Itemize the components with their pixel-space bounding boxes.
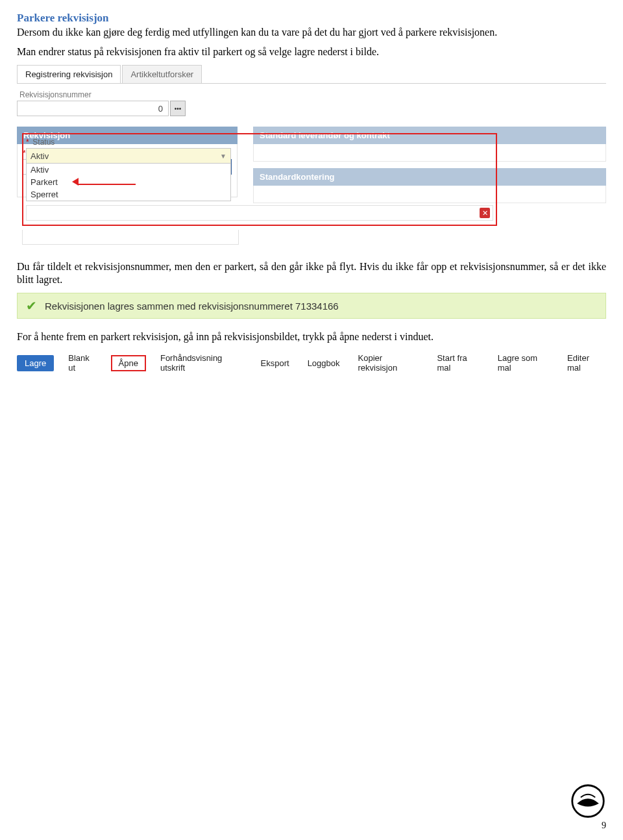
extra-row	[22, 230, 239, 245]
paragraph-1: Dersom du ikke kan gjøre deg ferdig med …	[17, 26, 606, 39]
status-label: Status	[32, 138, 55, 147]
lagre-button[interactable]: Lagre	[17, 355, 54, 371]
success-banner-text: Rekvisisjonen lagres sammen med rekvisis…	[45, 301, 339, 312]
paragraph-4: For å hente frem en parkert rekvisisjon,…	[17, 330, 606, 343]
action-toolbar: Lagre Blank ut Åpne Forhåndsvisning utsk…	[17, 350, 606, 376]
tab-bar: Registrering rekvisisjon Artikkeltutfors…	[17, 65, 606, 84]
annotation-arrow-icon	[77, 179, 136, 189]
status-highlight-frame: * Status Aktiv ▼ Aktiv Parkert Sperret ✕	[22, 133, 497, 226]
eksport-button[interactable]: Eksport	[257, 355, 293, 371]
section-heading: Parkere rekvisisjon	[17, 12, 606, 25]
paragraph-2: Man endrer status på rekvisisjonen fra a…	[17, 45, 606, 58]
blank-ut-button[interactable]: Blank ut	[64, 350, 100, 376]
start-fra-mal-button[interactable]: Start fra mal	[433, 350, 483, 376]
checkmark-icon: ✔	[24, 299, 38, 313]
close-icon: ✕	[482, 209, 488, 217]
delete-row-button[interactable]: ✕	[480, 208, 490, 218]
reknr-lookup-button[interactable]: •••	[170, 101, 186, 116]
loggbok-button[interactable]: Loggbok	[304, 355, 344, 371]
lagre-som-mal-button[interactable]: Lagre som mal	[494, 350, 553, 376]
ellipsis-icon: •••	[175, 105, 182, 112]
screenshot-form: Registrering rekvisisjon Artikkeltutfors…	[17, 65, 606, 245]
tab-artikkelutforsker[interactable]: Artikkeltutforsker	[122, 65, 202, 83]
status-select[interactable]: Aktiv ▼	[26, 148, 231, 164]
reknr-value: 0	[20, 104, 165, 114]
status-option-parkert[interactable]: Parkert	[27, 176, 230, 188]
reknr-input[interactable]: 0	[17, 101, 169, 116]
chevron-down-icon: ▼	[220, 153, 226, 160]
success-banner: ✔ Rekvisisjonen lagres sammen med rekvis…	[17, 293, 606, 319]
status-value: Aktiv	[31, 151, 49, 161]
reknr-input-wrap: 0 •••	[17, 101, 186, 116]
apne-button[interactable]: Åpne	[111, 355, 146, 371]
status-option-aktiv[interactable]: Aktiv	[27, 164, 230, 176]
status-option-sperret[interactable]: Sperret	[27, 188, 230, 201]
tab-registrering[interactable]: Registrering rekvisisjon	[17, 65, 121, 83]
paragraph-3: Du får tildelt et rekvisisjonsnummer, me…	[17, 260, 606, 286]
editer-mal-button[interactable]: Editer mal	[563, 350, 606, 376]
status-option-parkert-label: Parkert	[31, 177, 58, 187]
required-asterisk: *	[26, 138, 29, 147]
reknr-label: Rekvisisjonsnummer	[19, 90, 606, 99]
kopier-rekvisisjon-button[interactable]: Kopier rekvisisjon	[354, 350, 423, 376]
empty-row: ✕	[26, 205, 493, 221]
forhandsvisning-button[interactable]: Forhåndsvisning utskrift	[156, 350, 247, 376]
status-options: Aktiv Parkert Sperret	[26, 164, 231, 201]
